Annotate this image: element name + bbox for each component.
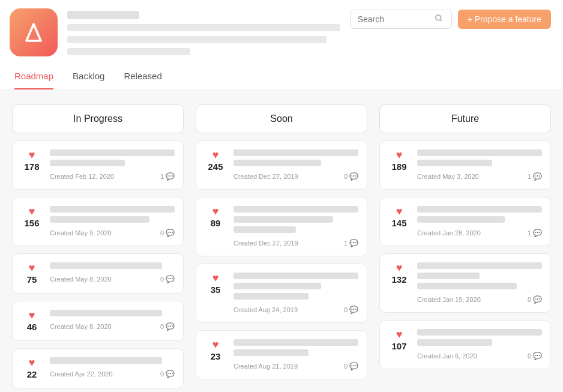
heart-icon[interactable]: ♥	[396, 206, 403, 217]
vote-count: 46	[27, 322, 37, 332]
vote-block[interactable]: ♥107	[388, 329, 410, 351]
card[interactable]: ♥75Created May 8, 20200💬	[12, 253, 184, 294]
card[interactable]: ♥189Created May 3, 20201💬	[379, 140, 551, 190]
card-comments[interactable]: 0💬	[344, 172, 358, 181]
tab-released[interactable]: Released	[124, 64, 161, 89]
vote-block[interactable]: ♥189	[388, 149, 410, 172]
card[interactable]: ♥22Created Apr 22, 20200💬	[12, 348, 184, 388]
heart-icon[interactable]: ♥	[29, 262, 35, 273]
card-text-line-1	[417, 339, 492, 346]
card[interactable]: ♥145Created Jan 28, 20201💬	[379, 197, 551, 246]
comment-count: 0	[528, 296, 531, 303]
card-comments[interactable]: 0💬	[160, 322, 175, 331]
vote-block[interactable]: ♥23	[205, 339, 226, 361]
search-input[interactable]	[358, 14, 430, 24]
card[interactable]: ♥35Created Aug 24, 20190💬	[196, 264, 367, 323]
vote-block[interactable]: ♥132	[388, 262, 410, 285]
heart-icon[interactable]: ♥	[29, 206, 35, 217]
card[interactable]: ♥245Created Dec 27, 20190💬	[196, 140, 367, 190]
tabs: Roadmap Backlog Released	[0, 64, 563, 90]
column-soon: Soon♥245Created Dec 27, 20190💬♥89Created…	[196, 104, 367, 388]
card-text-line-0	[417, 262, 542, 269]
card-comments[interactable]: 0💬	[344, 362, 358, 370]
vote-block[interactable]: ♥156	[21, 206, 43, 228]
vote-block[interactable]: ♥245	[205, 149, 226, 172]
heart-icon[interactable]: ♥	[29, 149, 35, 160]
heart-icon[interactable]: ♥	[29, 357, 35, 368]
card[interactable]: ♥46Created May 8, 20200💬	[12, 301, 184, 341]
card-comments[interactable]: 1💬	[160, 172, 175, 181]
comment-count: 0	[160, 370, 164, 378]
heart-icon[interactable]: ♥	[212, 339, 219, 350]
card[interactable]: ♥132Created Jan 19, 20200💬	[379, 253, 551, 313]
vote-count: 156	[24, 218, 39, 228]
card-comments[interactable]: 1💬	[344, 239, 358, 247]
card-text-line-0	[417, 149, 542, 156]
tab-roadmap[interactable]: Roadmap	[14, 64, 53, 89]
column-header-0: In Progress	[12, 104, 184, 133]
vote-count: 75	[27, 274, 37, 285]
card-text-line-1	[233, 160, 321, 166]
card-comments[interactable]: 0💬	[528, 352, 542, 360]
comment-icon: 💬	[349, 306, 358, 314]
app-desc-line1	[67, 24, 340, 31]
card[interactable]: ♥178Created Feb 12, 20201💬	[12, 140, 184, 190]
vote-block[interactable]: ♥46	[21, 310, 43, 332]
card-comments[interactable]: 1💬	[528, 172, 542, 181]
header: + Propose a feature Roadmap Backlog Rele…	[0, 0, 563, 90]
comment-count: 0	[528, 352, 531, 360]
card-date: Created Aug 21, 2019	[233, 363, 298, 370]
comment-icon: 💬	[533, 295, 542, 304]
card-comments[interactable]: 0💬	[160, 229, 175, 237]
vote-block[interactable]: ♥89	[205, 206, 226, 228]
heart-icon[interactable]: ♥	[396, 262, 403, 273]
vote-block[interactable]: ♥145	[388, 206, 410, 228]
vote-count: 145	[391, 218, 406, 228]
heart-icon[interactable]: ♥	[212, 273, 219, 283]
vote-count: 189	[391, 161, 406, 172]
tab-backlog[interactable]: Backlog	[73, 64, 104, 89]
card-text-line-0	[233, 149, 358, 156]
card-text-line-0	[50, 149, 175, 156]
card-comments[interactable]: 0💬	[344, 306, 358, 314]
card-comments[interactable]: 0💬	[160, 370, 175, 378]
card-date: Created Jan 6, 2020	[417, 352, 477, 360]
comment-count: 1	[528, 173, 531, 180]
heart-icon[interactable]: ♥	[212, 149, 219, 160]
card-text-line-0	[233, 339, 358, 346]
comment-icon: 💬	[349, 172, 358, 181]
heart-icon[interactable]: ♥	[29, 310, 35, 321]
heart-icon[interactable]: ♥	[396, 329, 403, 340]
card[interactable]: ♥89Created Dec 27, 20191💬	[196, 197, 367, 256]
card-comments[interactable]: 0💬	[528, 295, 542, 304]
comment-icon: 💬	[166, 229, 175, 237]
vote-block[interactable]: ♥178	[21, 149, 43, 172]
comment-count: 0	[344, 306, 348, 313]
vote-count: 178	[24, 161, 39, 172]
column-future: Future♥189Created May 3, 20201💬♥145Creat…	[379, 104, 551, 388]
propose-feature-button[interactable]: + Propose a feature	[458, 10, 551, 29]
comment-count: 1	[528, 229, 531, 237]
card-text-line-1	[417, 160, 492, 166]
vote-block[interactable]: ♥22	[21, 357, 43, 379]
card-comments[interactable]: 1💬	[528, 229, 542, 237]
card-text-line-1	[50, 216, 149, 223]
heart-icon[interactable]: ♥	[396, 149, 403, 160]
card-comments[interactable]: 0💬	[160, 275, 175, 283]
card[interactable]: ♥107Created Jan 6, 20200💬	[379, 320, 551, 369]
card[interactable]: ♥156Created May 9, 20200💬	[12, 197, 184, 246]
comment-count: 0	[160, 229, 164, 237]
vote-count: 89	[211, 218, 221, 228]
card-date: Created Feb 12, 2020	[50, 173, 114, 180]
comment-icon: 💬	[349, 239, 358, 247]
vote-block[interactable]: ♥75	[21, 262, 43, 285]
svg-point-0	[32, 24, 35, 28]
vote-block[interactable]: ♥35	[205, 273, 226, 295]
card[interactable]: ♥23Created Aug 21, 20190💬	[196, 330, 367, 379]
card-date: Created Jan 19, 2020	[417, 296, 481, 303]
comment-icon: 💬	[166, 370, 175, 378]
heart-icon[interactable]: ♥	[212, 206, 219, 217]
search-icon	[435, 14, 443, 25]
search-box[interactable]	[350, 10, 452, 29]
column-header-2: Future	[379, 104, 551, 133]
